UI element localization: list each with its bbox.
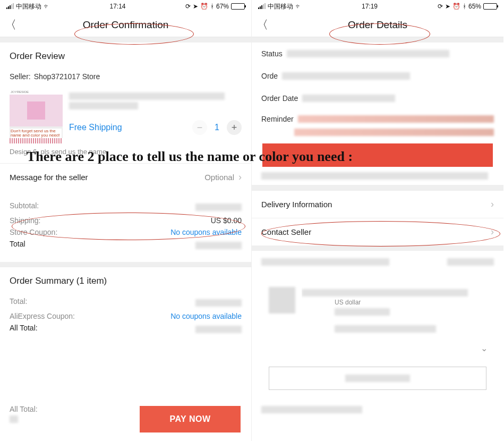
redacted-price	[195, 326, 242, 333]
redacted-text	[294, 129, 494, 136]
reminder-label: Reminder	[261, 115, 294, 123]
status-time: 17:19	[362, 3, 378, 10]
alarm-icon: ⏰	[200, 3, 208, 10]
carrier-label: 中国移动	[16, 2, 41, 11]
separator	[252, 245, 503, 251]
redacted-text	[261, 172, 488, 180]
status-row: Status	[252, 43, 503, 65]
redacted-text	[282, 72, 410, 80]
status-bar: 中国移动 ᯤ 17:19 ⟳ ➤ ⏰ ᚼ 65%	[252, 0, 503, 13]
location-icon: ➤	[193, 3, 198, 10]
chevron-down-icon[interactable]: ⌄	[481, 343, 488, 353]
product-thumbnail[interactable]: JOYRESIDE Don't forget send us the name …	[10, 90, 63, 143]
product-info: Free Shipping − 1 +	[69, 90, 242, 143]
footer-all-total: All Total:	[10, 405, 38, 425]
location-icon: ➤	[445, 3, 450, 10]
redacted-price	[195, 203, 242, 211]
all-total-label: All Total:	[10, 324, 38, 335]
order-row: Orde	[252, 65, 503, 87]
ali-coupon-value[interactable]: No coupons available	[170, 312, 242, 320]
wifi-icon: ᯤ	[295, 3, 302, 10]
product-row[interactable]: JOYRESIDE Don't forget send us the name …	[0, 86, 251, 147]
option-select[interactable]	[269, 367, 486, 390]
separator	[0, 262, 251, 267]
redacted-text	[287, 50, 450, 57]
thumb-brand: JOYRESIDE	[10, 90, 63, 95]
redacted-text	[261, 258, 389, 266]
order-summary-title: Order Summary (1 item)	[0, 267, 251, 292]
page-title: Order Details	[252, 19, 503, 31]
order-date-row: Order Date	[252, 87, 503, 109]
summary-total-label: Total:	[10, 297, 27, 309]
page-title: Order Confirmation	[0, 19, 251, 31]
store-row	[252, 251, 503, 273]
chevron-right-icon: ›	[238, 172, 242, 183]
contact-seller-row[interactable]: Contact Seller ›	[252, 218, 503, 245]
seller-row: Seller: Shop3721017 Store	[0, 67, 251, 86]
qty-plus-button[interactable]: +	[227, 120, 242, 135]
orientation-lock-icon: ⟳	[185, 3, 191, 10]
status-bar: 中国移动 ᯤ 17:14 ⟳ ➤ ⏰ ᚼ 67%	[0, 0, 251, 13]
redacted-text	[261, 406, 362, 413]
seller-label: Seller:	[10, 72, 31, 81]
order-date-label: Order Date	[261, 94, 298, 103]
shipping-value: US $0.00	[211, 216, 242, 225]
orientation-lock-icon: ⟳	[438, 3, 443, 10]
alarm-icon: ⏰	[452, 3, 460, 10]
product-thumbnail[interactable]	[269, 287, 295, 313]
redacted-text	[69, 92, 225, 100]
footer-all-total-label: All Total:	[10, 405, 38, 413]
ali-coupon-label: AliExpress Coupon:	[10, 312, 75, 320]
instruction-overlay: There are 2 place to tell us the name or…	[27, 149, 493, 165]
delivery-info-label: Delivery Information	[261, 200, 332, 209]
signal-icon	[6, 4, 14, 9]
message-seller-row[interactable]: Message for the seller Optional ›	[0, 163, 251, 191]
summary-block: Total: AliExpress Coupon:No coupons avai…	[0, 292, 251, 346]
subtotal-label: Subtotal:	[10, 201, 39, 213]
status-label: Status	[261, 49, 283, 58]
redacted-text	[447, 258, 494, 266]
price-block: Subtotal: Shipping:US $0.00 Store Coupon…	[0, 191, 251, 262]
currency-note: US dollar	[335, 299, 486, 306]
seller-name: Shop3721017 Store	[34, 72, 100, 81]
chevron-right-icon: ›	[491, 226, 494, 238]
shipping-label: Shipping:	[10, 216, 40, 225]
reminder-row: Reminder	[252, 109, 503, 129]
redacted-text	[302, 289, 468, 296]
separator	[252, 37, 503, 43]
product-card: US dollar ⌄	[261, 279, 494, 397]
signal-icon	[258, 4, 266, 9]
store-coupon-value[interactable]: No coupons available	[170, 228, 242, 236]
pay-now-button[interactable]: PAY NOW	[140, 406, 241, 432]
message-seller-label: Message for the seller	[10, 173, 88, 182]
redacted-text	[302, 95, 395, 102]
phone-order-confirmation: 中国移动 ᯤ 17:14 ⟳ ➤ ⏰ ᚼ 67% 〈 Order Confirm…	[0, 0, 252, 441]
qty-minus-button[interactable]: −	[192, 120, 207, 135]
bluetooth-icon: ᚼ	[210, 3, 214, 10]
free-shipping-label[interactable]: Free Shipping	[69, 123, 122, 132]
carrier-label: 中国移动	[268, 2, 293, 11]
chevron-right-icon: ›	[491, 199, 494, 210]
status-time: 17:14	[109, 3, 125, 10]
header: 〈 Order Details	[252, 13, 503, 37]
battery-icon	[483, 3, 497, 10]
header: 〈 Order Confirmation	[0, 13, 251, 37]
separator	[0, 37, 251, 43]
total-label: Total	[10, 240, 25, 251]
qty-value: 1	[215, 123, 219, 132]
quantity-stepper[interactable]: − 1 +	[192, 120, 242, 135]
redacted-text	[69, 102, 138, 109]
order-review-title: Order Review	[0, 43, 251, 67]
redacted-price	[10, 415, 18, 423]
redacted-price	[195, 242, 242, 249]
redacted-text	[335, 325, 436, 333]
delivery-info-row[interactable]: Delivery Information ›	[252, 190, 503, 218]
thumb-note: Don't forget send us the name and color …	[11, 129, 62, 138]
redacted-text	[335, 308, 390, 316]
redacted-text	[345, 375, 410, 382]
battery-pct: 67%	[216, 3, 229, 10]
message-seller-hint: Optional	[204, 173, 234, 182]
phone-order-details: 中国移动 ᯤ 17:19 ⟳ ➤ ⏰ ᚼ 65% 〈 Order Details…	[252, 0, 503, 441]
separator	[252, 185, 503, 190]
contact-seller-label: Contact Seller	[261, 227, 311, 236]
